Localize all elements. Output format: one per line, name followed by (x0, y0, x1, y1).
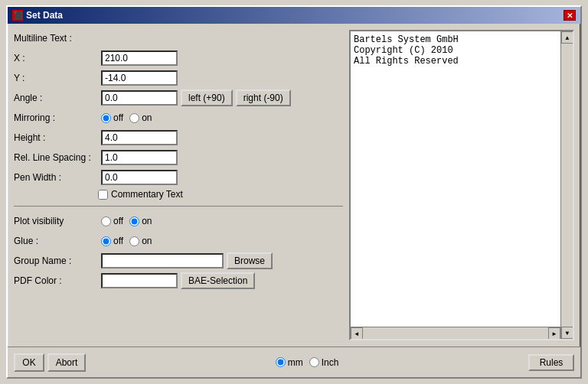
scroll-up-arrow[interactable]: ▲ (561, 31, 573, 44)
glue-on-radio[interactable] (129, 236, 139, 246)
footer: OK Abort mm Inch Rules (8, 347, 580, 377)
text-content: Bartels System GmbH Copyright (C) 2010 A… (354, 34, 557, 324)
pdf-color-label: PDF Color : (14, 275, 98, 286)
pen-width-input[interactable] (101, 170, 178, 185)
commentary-text-row: Commentary Text (98, 189, 343, 200)
group-name-row: Group Name : Browse (14, 252, 343, 269)
plot-visibility-row: Plot visibility off on (14, 213, 343, 229)
pen-width-row: Pen Width : (14, 169, 343, 186)
glue-radio-group: off on (101, 236, 152, 246)
bae-selection-button[interactable]: BAE-Selection (181, 272, 255, 289)
angle-input[interactable] (101, 90, 178, 106)
horizontal-scrollbar[interactable]: ◄ ► (351, 327, 560, 339)
footer-right: Rules (528, 354, 574, 371)
close-button[interactable]: ✕ (564, 10, 576, 21)
title-bar: ⬛ Set Data ✕ (8, 7, 580, 24)
mirroring-on-text: on (142, 112, 152, 123)
glue-off-radio[interactable] (101, 236, 111, 246)
y-label: Y : (14, 73, 98, 83)
mirroring-on-label[interactable]: on (129, 112, 152, 123)
y-input[interactable] (101, 70, 178, 86)
rel-line-spacing-input[interactable] (101, 150, 178, 165)
pdf-color-box (101, 273, 178, 288)
mirroring-off-radio[interactable] (101, 113, 111, 123)
plot-off-text: off (113, 216, 123, 226)
text-line-2: Copyright (C) 2010 (354, 45, 557, 56)
footer-center: mm Inch (92, 357, 522, 368)
browse-button[interactable]: Browse (227, 252, 273, 269)
multiline-text-row: Multiline Text : (14, 30, 343, 47)
x-label: X : (14, 53, 98, 63)
text-line-3: All Rights Reserved (354, 56, 557, 67)
content-area: Multiline Text : X : Y : Angle : left (+… (8, 24, 580, 347)
plot-off-label[interactable]: off (101, 216, 123, 226)
pen-width-label: Pen Width : (14, 172, 98, 183)
scroll-track-v[interactable] (561, 44, 573, 327)
glue-row: Glue : off on (14, 233, 343, 249)
group-name-label: Group Name : (14, 255, 98, 266)
y-row: Y : (14, 70, 343, 86)
plot-on-radio[interactable] (129, 216, 139, 226)
x-row: X : (14, 50, 343, 67)
mirroring-on-radio[interactable] (129, 113, 139, 123)
title-bar-text: ⬛ Set Data (12, 10, 63, 21)
footer-left: OK Abort (14, 353, 86, 372)
angle-row: Angle : left (+90) right (-90) (14, 89, 343, 106)
right-angle-button[interactable]: right (-90) (236, 89, 291, 106)
window-title: Set Data (26, 10, 63, 21)
scroll-left-arrow[interactable]: ◄ (351, 327, 363, 340)
rules-button[interactable]: Rules (528, 354, 574, 371)
text-area: Bartels System GmbH Copyright (C) 2010 A… (349, 30, 574, 340)
scroll-down-arrow[interactable]: ▼ (561, 327, 573, 339)
commentary-text-label: Commentary Text (111, 189, 183, 200)
glue-off-text: off (113, 236, 123, 246)
plot-on-label[interactable]: on (129, 216, 152, 226)
rel-line-spacing-label: Rel. Line Spacing : (14, 152, 98, 163)
scroll-right-arrow[interactable]: ► (548, 327, 560, 340)
inch-radio-label[interactable]: Inch (309, 357, 339, 368)
mirroring-row: Mirroring : off on (14, 109, 343, 126)
plot-visibility-label: Plot visibility (14, 216, 98, 226)
rel-line-spacing-row: Rel. Line Spacing : (14, 149, 343, 166)
mirroring-off-label[interactable]: off (101, 112, 123, 123)
main-window: ⬛ Set Data ✕ Multiline Text : X : Y : (6, 5, 582, 379)
glue-on-text: on (142, 236, 152, 246)
commentary-text-checkbox[interactable] (98, 190, 108, 200)
height-label: Height : (14, 132, 98, 143)
mirroring-off-text: off (113, 112, 123, 123)
height-row: Height : (14, 129, 343, 146)
app-icon: ⬛ (12, 10, 23, 21)
pdf-color-row: PDF Color : BAE-Selection (14, 272, 343, 289)
ok-button[interactable]: OK (14, 353, 44, 372)
scroll-track-h[interactable] (363, 327, 548, 339)
vertical-scrollbar[interactable]: ▲ ▼ (560, 31, 573, 339)
glue-on-label[interactable]: on (129, 236, 152, 246)
inch-radio[interactable] (309, 357, 319, 367)
inch-label-text: Inch (322, 357, 339, 368)
left-angle-button[interactable]: left (+90) (181, 89, 233, 106)
separator-1 (14, 206, 343, 207)
glue-off-label[interactable]: off (101, 236, 123, 246)
mirroring-radio-group: off on (101, 112, 152, 123)
glue-label: Glue : (14, 236, 98, 246)
multiline-text-label: Multiline Text : (14, 33, 98, 44)
mm-label-text: mm (288, 357, 303, 368)
abort-button[interactable]: Abort (47, 353, 86, 372)
mm-radio-label[interactable]: mm (276, 357, 303, 368)
mirroring-label: Mirroring : (14, 112, 98, 123)
x-input[interactable] (101, 50, 178, 66)
group-name-input[interactable] (101, 253, 224, 268)
left-panel: Multiline Text : X : Y : Angle : left (+… (14, 30, 343, 340)
plot-visibility-radio-group: off on (101, 216, 152, 226)
mm-radio[interactable] (276, 357, 286, 367)
height-input[interactable] (101, 130, 178, 145)
plot-on-text: on (142, 216, 152, 226)
angle-label: Angle : (14, 93, 98, 103)
text-line-1: Bartels System GmbH (354, 34, 557, 45)
plot-off-radio[interactable] (101, 216, 111, 226)
